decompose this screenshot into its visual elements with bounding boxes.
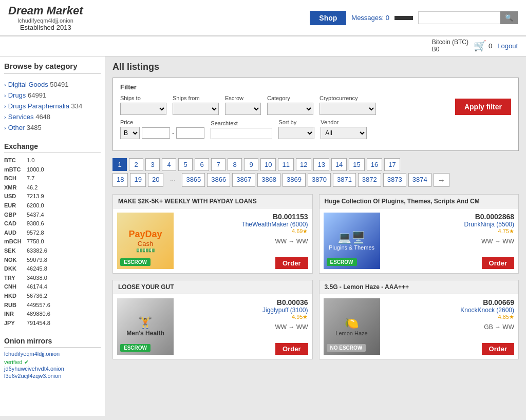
cart-area[interactable]: 🛒 0 (474, 40, 492, 52)
page-btn[interactable]: 12 (296, 158, 311, 171)
listing-price: B0.00036 (179, 298, 308, 307)
exchange-row: TRY34038.0 (4, 274, 101, 283)
filter-legend: Filter (120, 83, 511, 91)
page-btn[interactable]: 13 (313, 158, 329, 171)
cat-link[interactable]: Drugs Paraphernalia (8, 102, 69, 110)
page-btn[interactable]: 3871 (333, 173, 356, 187)
price-to-input[interactable] (176, 127, 204, 139)
exchange-currency: RUB (4, 301, 24, 310)
page-btn[interactable]: 7 (211, 158, 226, 171)
exchange-currency: GBP (4, 211, 24, 220)
onion-link[interactable]: lchudifyeqm4ldjj.onion (4, 351, 101, 357)
page-btn[interactable]: 3 (145, 158, 160, 171)
page-btn[interactable]: 10 (260, 158, 276, 171)
crypto-label: Cryptocurrency (320, 95, 376, 101)
page-btn[interactable]: 16 (367, 158, 382, 171)
cat-link[interactable]: Services (8, 113, 34, 121)
order-button[interactable]: Order (275, 343, 308, 355)
exchange-currency: CAD (4, 219, 24, 228)
exchange-value: 9380.6 (27, 219, 44, 228)
ships-to-label: Ships to (120, 95, 166, 101)
sidebar-cat-item: ›Digital Goods 50491 (4, 79, 101, 90)
page-btn[interactable]: 9 (244, 158, 258, 171)
page-btn[interactable]: 20 (148, 173, 163, 187)
page-btn[interactable]: 3870 (308, 173, 331, 187)
search-input[interactable] (418, 11, 500, 24)
price-from-input[interactable] (142, 127, 170, 139)
onion-link[interactable]: jd6yhuwcivehvdt4.onion (4, 366, 101, 372)
page-btn[interactable]: 15 (349, 158, 364, 171)
btc-info: Bitcoin (BTC) B0 (432, 39, 468, 53)
cat-count: 50491 (50, 81, 68, 88)
page-btn[interactable]: 17 (384, 158, 400, 171)
searchtext-input[interactable] (211, 128, 272, 139)
exchange-row: SEK63382.6 (4, 246, 101, 256)
order-button[interactable]: Order (482, 343, 514, 355)
messages-link[interactable]: Messages: 0 (351, 14, 389, 22)
listing-info: B0.00036 Jigglypuff (3100) 4.95★ WW → WW… (179, 298, 308, 355)
page-dots: ... (165, 173, 180, 187)
cat-link[interactable]: Other (8, 124, 25, 131)
ships-from-select[interactable] (173, 103, 219, 115)
escrow-badge: ESCROW (327, 258, 357, 266)
page-btn[interactable]: 5 (178, 158, 193, 171)
cat-link[interactable]: Digital Goods (8, 81, 48, 88)
category-group: Category (267, 95, 313, 115)
listing-rating: 4.85★ (385, 314, 515, 320)
listing-vendor[interactable]: DrunkNinja (5500) (385, 221, 515, 228)
vendor-label: Vendor (321, 119, 367, 125)
page-btn[interactable]: 3865 (182, 173, 205, 187)
sortby-select[interactable] (278, 127, 314, 139)
page-btn[interactable]: 4 (162, 158, 176, 171)
shop-button[interactable]: Shop (310, 11, 346, 25)
exchange-row: RUB449557.6 (4, 301, 101, 310)
order-button[interactable]: Order (482, 257, 514, 269)
logo-title: Dream Market (8, 4, 83, 17)
page-btn[interactable]: 3868 (257, 173, 280, 187)
logout-link[interactable]: Logout (497, 42, 518, 50)
exchange-row: AUD9572.8 (4, 228, 101, 238)
page-btn[interactable]: 3867 (232, 173, 255, 187)
listing-vendor[interactable]: TheWealthMaker (6000) (179, 221, 308, 228)
exchange-row: NOK59079.8 (4, 256, 101, 265)
page-btn[interactable]: 11 (278, 158, 293, 171)
cart-count: 0 (489, 42, 492, 50)
listing-rating: 4.69★ (179, 228, 308, 235)
page-btn[interactable]: 8 (228, 158, 242, 171)
price-currency-select[interactable]: B (120, 127, 140, 139)
page-btn[interactable]: 18 (112, 173, 128, 187)
exchange-value: 7758.0 (27, 237, 44, 246)
header-right: Shop Messages: 0 🔍 (310, 11, 518, 25)
user-block (394, 16, 413, 20)
page-btn[interactable]: 3869 (283, 173, 306, 187)
vendor-select[interactable]: All (321, 127, 367, 139)
listing-vendor[interactable]: KnockKnock (2600) (385, 307, 515, 314)
page-btn[interactable]: 19 (130, 173, 145, 187)
page-btn[interactable]: 14 (331, 158, 347, 171)
exchange-value: 46245.8 (27, 264, 47, 274)
crypto-select[interactable] (320, 103, 376, 115)
page-btn[interactable]: 1 (112, 158, 127, 171)
page-btn[interactable]: 3872 (358, 173, 381, 187)
page-btn[interactable]: 3866 (207, 173, 230, 187)
search-button[interactable]: 🔍 (500, 11, 518, 24)
order-button[interactable]: Order (275, 257, 308, 269)
ships-to-select[interactable] (120, 103, 166, 115)
escrow-badge: NO ESCROW (327, 344, 366, 352)
page-btn[interactable]: 3874 (408, 173, 431, 187)
page-btn[interactable]: 2 (129, 158, 143, 171)
listing-vendor[interactable]: Jigglypuff (3100) (179, 307, 308, 314)
sidebar-cat-item: ›Other 3485 (4, 122, 101, 133)
page-btn[interactable]: 6 (195, 158, 209, 171)
cat-link[interactable]: Drugs (8, 91, 26, 99)
page-btn[interactable]: 3873 (383, 173, 406, 187)
exchange-row: DKK46245.8 (4, 264, 101, 274)
escrow-select[interactable] (225, 103, 261, 115)
cat-bullet: › (4, 125, 6, 131)
category-select[interactable] (267, 103, 313, 115)
apply-filter-button[interactable]: Apply filter (455, 99, 511, 115)
next-page-button[interactable]: → (434, 173, 449, 187)
exchange-value: 34038.0 (27, 274, 47, 283)
sidebar: Browse by category ›Digital Goods 50491›… (0, 56, 105, 416)
onion-link[interactable]: l3e6v2ucjf4zqw3.onion (4, 373, 101, 379)
